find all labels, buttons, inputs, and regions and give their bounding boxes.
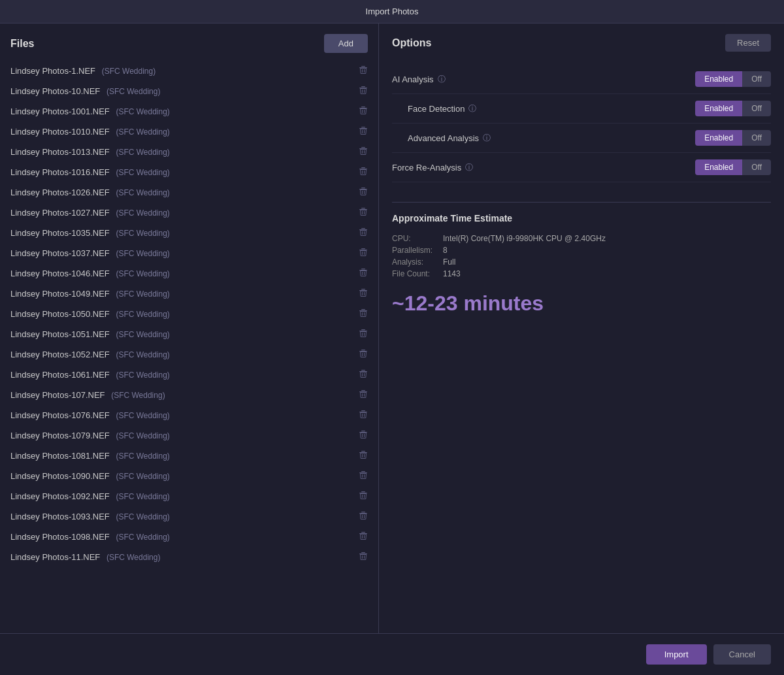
svg-rect-17 bbox=[361, 147, 365, 148]
delete-icon[interactable] bbox=[359, 531, 368, 542]
list-item: Lindsey Photos-1037.NEF (SFC Wedding) bbox=[5, 243, 373, 263]
delete-icon[interactable] bbox=[359, 86, 368, 97]
list-item: Lindsey Photos-1016.NEF (SFC Wedding) bbox=[5, 162, 373, 182]
options-panel: Options Reset AI Analysis ⓘ Enabled Off … bbox=[379, 24, 784, 633]
enabled-button-ai-analysis[interactable]: Enabled bbox=[695, 71, 742, 87]
list-item: Lindsey Photos-1090.NEF (SFC Wedding) bbox=[5, 466, 373, 486]
delete-icon[interactable] bbox=[359, 369, 368, 380]
off-button-force-re-analysis[interactable]: Off bbox=[742, 159, 771, 175]
list-item: Lindsey Photos-1013.NEF (SFC Wedding) bbox=[5, 142, 373, 162]
file-name: Lindsey Photos-1027.NEF (SFC Wedding) bbox=[10, 208, 170, 218]
option-label-text: Face Detection bbox=[408, 104, 465, 114]
delete-icon[interactable] bbox=[359, 227, 368, 239]
enabled-button-force-re-analysis[interactable]: Enabled bbox=[695, 159, 742, 175]
delete-icon[interactable] bbox=[359, 470, 368, 482]
file-name: Lindsey Photos-1050.NEF (SFC Wedding) bbox=[10, 309, 170, 319]
off-button-face-detection[interactable]: Off bbox=[742, 101, 771, 116]
delete-icon[interactable] bbox=[359, 146, 368, 157]
delete-icon[interactable] bbox=[359, 65, 368, 76]
title-bar: Import Photos bbox=[0, 0, 784, 24]
toggle-group-force-re-analysis: Enabled Off bbox=[695, 159, 771, 175]
file-name: Lindsey Photos-1093.NEF (SFC Wedding) bbox=[10, 512, 170, 521]
file-name: Lindsey Photos-1013.NEF (SFC Wedding) bbox=[10, 147, 170, 157]
delete-icon[interactable] bbox=[359, 187, 368, 198]
option-label-face-detection: Face Detection ⓘ bbox=[408, 103, 476, 114]
delete-icon[interactable] bbox=[359, 106, 368, 117]
file-name: Lindsey Photos-1035.NEF (SFC Wedding) bbox=[10, 228, 170, 238]
svg-rect-77 bbox=[361, 451, 365, 452]
file-name: Lindsey Photos-1092.NEF (SFC Wedding) bbox=[10, 491, 170, 501]
list-item: Lindsey Photos-1051.NEF (SFC Wedding) bbox=[5, 324, 373, 344]
time-display: ~12-23 minutes bbox=[392, 291, 771, 316]
option-label-text: Force Re-Analysis bbox=[392, 163, 461, 173]
enabled-button-face-detection[interactable]: Enabled bbox=[695, 101, 742, 116]
file-name: Lindsey Photos-1051.NEF (SFC Wedding) bbox=[10, 329, 170, 339]
file-name: Lindsey Photos-1081.NEF (SFC Wedding) bbox=[10, 451, 170, 461]
analysis-value: Full bbox=[443, 257, 771, 267]
analysis-label: Analysis: bbox=[392, 257, 433, 267]
parallelism-label: Parallelism: bbox=[392, 246, 433, 255]
file-name: Lindsey Photos-1076.NEF (SFC Wedding) bbox=[10, 410, 170, 420]
toggle-group-ai-analysis: Enabled Off bbox=[695, 71, 771, 87]
delete-icon[interactable] bbox=[359, 410, 368, 421]
title-bar-text: Import Photos bbox=[366, 7, 419, 16]
delete-icon[interactable] bbox=[359, 308, 368, 320]
list-item: Lindsey Photos-1010.NEF (SFC Wedding) bbox=[5, 122, 373, 142]
list-item: Lindsey Photos-1061.NEF (SFC Wedding) bbox=[5, 365, 373, 385]
files-list: Lindsey Photos-1.NEF (SFC Wedding) Linds… bbox=[0, 61, 378, 633]
svg-rect-81 bbox=[361, 471, 365, 472]
delete-icon[interactable] bbox=[359, 248, 368, 259]
files-header: Files Add bbox=[0, 24, 378, 61]
svg-rect-25 bbox=[361, 188, 365, 188]
file-name: Lindsey Photos-1049.NEF (SFC Wedding) bbox=[10, 289, 170, 299]
import-button[interactable]: Import bbox=[646, 644, 707, 665]
delete-icon[interactable] bbox=[359, 552, 368, 563]
list-item: Lindsey Photos-1049.NEF (SFC Wedding) bbox=[5, 284, 373, 304]
add-button[interactable]: Add bbox=[324, 34, 368, 53]
enabled-button-advanced-analysis[interactable]: Enabled bbox=[695, 130, 742, 146]
svg-rect-41 bbox=[361, 269, 365, 269]
options-header: Options Reset bbox=[392, 34, 771, 52]
file-name: Lindsey Photos-1010.NEF (SFC Wedding) bbox=[10, 127, 170, 137]
file-name: Lindsey Photos-1.NEF (SFC Wedding) bbox=[10, 66, 155, 76]
option-label-ai-analysis: AI Analysis ⓘ bbox=[392, 74, 446, 85]
option-label-text: Advanced Analysis bbox=[408, 133, 479, 143]
delete-icon[interactable] bbox=[359, 511, 368, 522]
file-name: Lindsey Photos-1016.NEF (SFC Wedding) bbox=[10, 167, 170, 177]
svg-rect-9 bbox=[361, 107, 365, 107]
delete-icon[interactable] bbox=[359, 268, 368, 279]
delete-icon[interactable] bbox=[359, 389, 368, 401]
delete-icon[interactable] bbox=[359, 450, 368, 461]
cancel-button[interactable]: Cancel bbox=[713, 644, 771, 665]
list-item: Lindsey Photos-11.NEF (SFC Wedding) bbox=[5, 547, 373, 567]
info-icon: ⓘ bbox=[483, 133, 491, 144]
svg-rect-13 bbox=[361, 127, 365, 127]
svg-rect-33 bbox=[361, 228, 365, 229]
delete-icon[interactable] bbox=[359, 329, 368, 340]
list-item: Lindsey Photos-1026.NEF (SFC Wedding) bbox=[5, 182, 373, 203]
svg-rect-57 bbox=[361, 350, 365, 350]
main-content: Files Add Lindsey Photos-1.NEF (SFC Wedd… bbox=[0, 24, 784, 633]
delete-icon[interactable] bbox=[359, 126, 368, 137]
file-count-value: 1143 bbox=[443, 269, 771, 278]
svg-rect-29 bbox=[361, 208, 365, 208]
svg-rect-73 bbox=[361, 431, 365, 431]
option-label-text: AI Analysis bbox=[392, 74, 434, 84]
delete-icon[interactable] bbox=[359, 288, 368, 299]
file-name: Lindsey Photos-1001.NEF (SFC Wedding) bbox=[10, 107, 170, 116]
delete-icon[interactable] bbox=[359, 207, 368, 218]
file-name: Lindsey Photos-11.NEF (SFC Wedding) bbox=[10, 552, 160, 562]
file-name: Lindsey Photos-107.NEF (SFC Wedding) bbox=[10, 390, 165, 400]
svg-rect-5 bbox=[361, 86, 365, 87]
delete-icon[interactable] bbox=[359, 349, 368, 360]
delete-icon[interactable] bbox=[359, 430, 368, 441]
list-item: Lindsey Photos-1092.NEF (SFC Wedding) bbox=[5, 486, 373, 506]
svg-rect-89 bbox=[361, 512, 365, 512]
delete-icon[interactable] bbox=[359, 167, 368, 178]
off-button-advanced-analysis[interactable]: Off bbox=[742, 130, 771, 146]
off-button-ai-analysis[interactable]: Off bbox=[742, 71, 771, 87]
reset-button[interactable]: Reset bbox=[725, 34, 771, 52]
footer: Import Cancel bbox=[0, 633, 784, 675]
delete-icon[interactable] bbox=[359, 491, 368, 502]
option-label-force-re-analysis: Force Re-Analysis ⓘ bbox=[392, 162, 473, 173]
